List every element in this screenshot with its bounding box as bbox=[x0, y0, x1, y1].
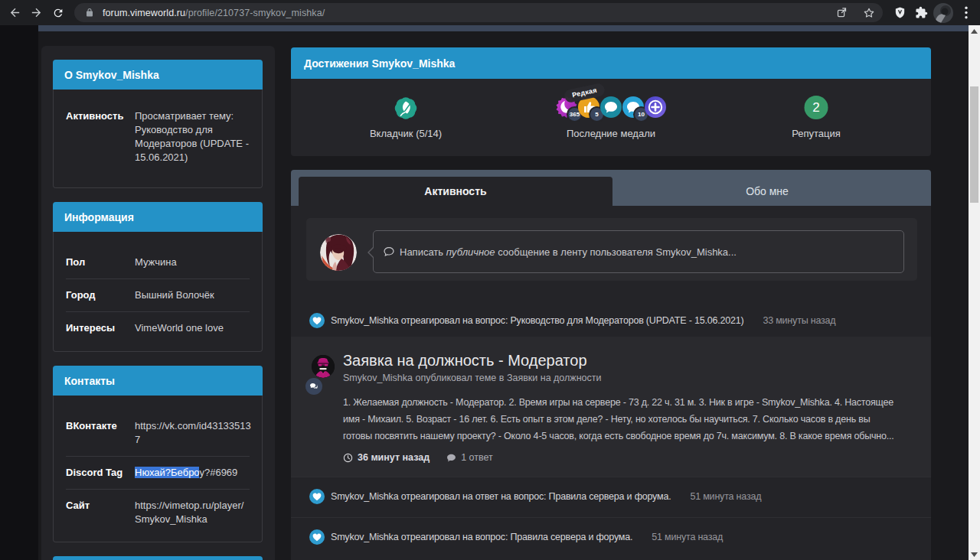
browser-toolbar: forum.vimeworld.ru/profile/210737-smykov… bbox=[0, 0, 980, 25]
profile-tabs: Активность Обо мне bbox=[291, 170, 931, 206]
placeholder-prefix: Написать bbox=[400, 246, 446, 258]
activity-section: Написать публичное сообщение в ленту пол… bbox=[291, 206, 931, 560]
forward-icon[interactable] bbox=[27, 0, 45, 25]
recent-medals: 365 5 bbox=[555, 79, 667, 156]
discord-value: Нюхай?Беброу?#6969 bbox=[135, 466, 250, 480]
reaction-heart-icon bbox=[309, 529, 325, 545]
url-path: /profile/210737-smykov_mishka/ bbox=[185, 8, 325, 18]
contributor-label: Вкладчик (5/14) bbox=[370, 128, 442, 139]
contacts-card: Контакты ВКонтакте https://vk.com/id4313… bbox=[53, 366, 263, 542]
reload-icon[interactable] bbox=[49, 0, 67, 25]
medal-plus-badge[interactable] bbox=[644, 96, 667, 119]
info-interests-value: VimeWorld one love bbox=[135, 321, 250, 335]
post-title[interactable]: Заявка на должность - Модератор bbox=[343, 350, 916, 371]
contact-row-site: Сайт https://vimetop.ru/player/Smykov_Mi… bbox=[54, 490, 262, 536]
reaction-heart-icon bbox=[309, 313, 325, 328]
feed-row-time: 33 минуты назад bbox=[763, 315, 835, 326]
browser-profile-avatar[interactable] bbox=[933, 0, 953, 25]
post-author-avatar[interactable] bbox=[312, 355, 335, 378]
contributor-badge-icon bbox=[392, 94, 420, 122]
page-viewport: О Smykov_Mishka Активность Просматривает… bbox=[0, 25, 969, 560]
site-link-line1: https://vimetop.ru/player/ bbox=[135, 499, 250, 513]
page-scrollbar[interactable] bbox=[969, 25, 980, 560]
speech-bubble-icon bbox=[383, 246, 395, 258]
post-replies-count[interactable]: 1 ответ bbox=[461, 452, 493, 463]
medal-comments10-badge[interactable]: 10 bbox=[622, 96, 645, 119]
replies-icon bbox=[446, 453, 456, 463]
clock-icon bbox=[343, 453, 353, 463]
reaction-heart-icon bbox=[309, 489, 325, 504]
post-body-line: имя - Михаил. 5. Возраст - 16 лет. 6. Ес… bbox=[343, 411, 916, 428]
status-input[interactable]: Написать публичное сообщение в ленту пол… bbox=[373, 230, 904, 273]
extensions-puzzle-icon[interactable] bbox=[912, 0, 930, 25]
post-body-line: 1. Желаемая должность - Модератор. 2. Вр… bbox=[343, 394, 916, 411]
contacts-card-title: Контакты bbox=[53, 366, 263, 396]
placeholder-suffix: сообщение в ленту пользователя Smykov_Mi… bbox=[495, 246, 737, 258]
browser-menu-kebab-icon[interactable] bbox=[958, 0, 975, 25]
feed-row-text[interactable]: Smykov_Mishka отреагировал на ответ на в… bbox=[331, 491, 671, 502]
scroll-up-arrow[interactable] bbox=[969, 25, 980, 37]
info-card-title: Информация bbox=[53, 202, 263, 232]
vk-link-line1: https://vk.com/id43133513 bbox=[135, 419, 251, 433]
tab-about-me[interactable]: Обо мне bbox=[612, 177, 922, 206]
vk-link[interactable]: https://vk.com/id431335137 bbox=[135, 419, 251, 447]
about-activity-value: Просматривает тему: Руководство для Моде… bbox=[135, 109, 250, 168]
vk-link-line2: 7 bbox=[135, 433, 251, 447]
feed-post-preview[interactable]: Заявка на должность - Модератор Smykov_M… bbox=[291, 337, 931, 477]
bubble-tail-fill bbox=[369, 247, 374, 258]
reputation-achievement[interactable]: 2 Репутация bbox=[805, 79, 828, 156]
contributor-achievement[interactable]: Вкладчик (5/14) bbox=[392, 79, 420, 156]
composer-placeholder: Написать публичное сообщение в ленту пол… bbox=[400, 246, 737, 258]
achievements-title: Достижения Smykov_Mishka bbox=[291, 47, 931, 79]
topic-type-icon bbox=[305, 378, 322, 395]
about-activity-label: Активность bbox=[66, 109, 135, 168]
vk-label: ВКонтакте bbox=[66, 419, 135, 447]
discord-label: Discord Tag bbox=[66, 466, 135, 480]
post-body-text: 1. Желаемая должность - Модератор. 2. Вр… bbox=[343, 394, 916, 444]
browser-window: forum.vimeworld.ru/profile/210737-smykov… bbox=[0, 0, 980, 560]
feed-row-text[interactable]: Smykov_Mishka отреагировал на вопрос: Пр… bbox=[331, 532, 632, 542]
url-text: forum.vimeworld.ru/profile/210737-smykov… bbox=[103, 8, 325, 18]
feed-row-time: 51 минута назад bbox=[690, 491, 761, 502]
info-row-interests: Интересы VimeWorld one love bbox=[54, 312, 262, 344]
contact-row-vk: ВКонтакте https://vk.com/id431335137 bbox=[54, 410, 262, 456]
back-icon[interactable] bbox=[5, 0, 24, 25]
about-card-title: О Smykov_Mishka bbox=[53, 60, 263, 90]
feed-row-1[interactable]: Smykov_Mishka отреагировал на вопрос: Ру… bbox=[291, 301, 931, 340]
reputation-value-circle: 2 bbox=[805, 96, 828, 119]
discord-selected-text: Нюхай?Бебро bbox=[135, 467, 199, 478]
site-link[interactable]: https://vimetop.ru/player/Smykov_Mishka bbox=[135, 499, 250, 526]
site-link-line2: Smykov_Mishka bbox=[135, 513, 250, 526]
tab-activity[interactable]: Активность bbox=[299, 177, 612, 206]
site-nav-strip bbox=[38, 25, 969, 31]
achievements-panel: Достижения Smykov_Mishka bbox=[291, 47, 931, 156]
shield-extension-icon[interactable] bbox=[890, 0, 909, 25]
status-composer: Написать публичное сообщение в ленту пол… bbox=[306, 218, 917, 281]
medals-row: 365 5 bbox=[555, 96, 667, 119]
scroll-down-arrow[interactable] bbox=[969, 549, 980, 560]
lock-icon[interactable] bbox=[85, 8, 94, 18]
post-time: 36 минут назад bbox=[358, 452, 430, 463]
feed-row-time: 51 минута назад bbox=[652, 532, 723, 542]
info-city-label: Город bbox=[66, 288, 135, 302]
info-gender-value: Мужчина bbox=[135, 256, 250, 269]
address-bar[interactable]: forum.vimeworld.ru/profile/210737-smykov… bbox=[74, 3, 883, 22]
share-icon[interactable] bbox=[836, 7, 848, 18]
feed-row-3[interactable]: Smykov_Mishka отреагировал на вопрос: Пр… bbox=[291, 517, 931, 555]
feed-row-text[interactable]: Smykov_Mishka отреагировал на вопрос: Ру… bbox=[331, 315, 743, 326]
scrollbar-thumb[interactable] bbox=[970, 86, 978, 203]
about-card: О Smykov_Mishka Активность Просматривает… bbox=[53, 60, 263, 188]
site-label: Сайт bbox=[66, 499, 135, 526]
info-card: Информация Пол Мужчина Город Вышний Воло… bbox=[53, 202, 263, 352]
next-card-partial bbox=[53, 556, 263, 560]
post-byline: Smykov_Mishka опубликовал теме в Заявки … bbox=[343, 371, 916, 385]
feed-row-2[interactable]: Smykov_Mishka отреагировал на ответ на в… bbox=[291, 477, 931, 515]
medals-label: Последние медали bbox=[567, 128, 655, 139]
placeholder-italic: публичное bbox=[446, 246, 495, 258]
medal-comment-badge[interactable] bbox=[599, 96, 622, 119]
contact-row-discord: Discord Tag Нюхай?Беброу?#6969 bbox=[54, 457, 262, 489]
bookmark-star-icon[interactable] bbox=[863, 7, 875, 19]
next-card-header bbox=[53, 556, 263, 560]
info-row-gender: Пол Мужчина bbox=[54, 246, 262, 278]
viewer-avatar[interactable] bbox=[320, 234, 357, 271]
